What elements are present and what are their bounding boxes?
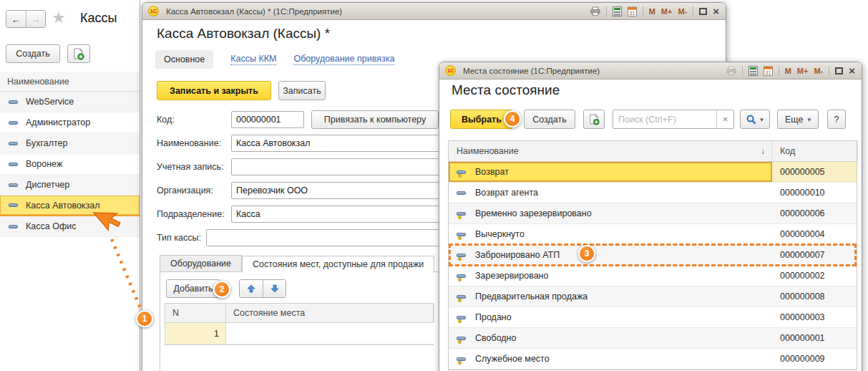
create-button[interactable]: Создать: [6, 44, 60, 63]
table-row[interactable]: Зарезервировано 000000002: [449, 266, 857, 286]
chevron-down-icon: ▾: [760, 116, 764, 123]
table-row[interactable]: Служебное место 000000009: [449, 349, 857, 370]
table-row[interactable]: Забронировано АТП 000000007: [449, 245, 857, 266]
tab-oborudovanie[interactable]: Оборудование: [160, 255, 242, 272]
sidebar-list-header[interactable]: Наименование: [0, 72, 140, 92]
memory-plus-button[interactable]: M+: [661, 7, 673, 16]
more-button[interactable]: Еще ▾: [777, 110, 819, 129]
printer-icon[interactable]: [726, 66, 736, 75]
tab-sostoyaniya-mest[interactable]: Состояния мест, доступные для продажи: [242, 256, 434, 273]
search-box: ×: [613, 110, 734, 129]
kod-field[interactable]: [231, 111, 304, 128]
new-document-icon-button[interactable]: [583, 110, 605, 129]
row-name: Свободно: [475, 333, 516, 343]
calendar-icon[interactable]: 31: [764, 66, 773, 76]
table-row[interactable]: Свободно 000000001: [449, 328, 857, 349]
table-row[interactable]: Возврат агента 000000010: [449, 183, 857, 203]
forward-arrow-icon: →: [31, 14, 41, 25]
magnifier-icon: [746, 115, 756, 125]
table-row[interactable]: Временно зарезервировано 000000006: [449, 203, 857, 224]
list-item-label: Касса Офис: [26, 221, 76, 231]
memory-minus-button[interactable]: M-: [678, 7, 687, 16]
add-button[interactable]: Добавить: [166, 279, 220, 298]
separator: [606, 6, 607, 16]
column-header-state[interactable]: Состояние места: [226, 304, 434, 322]
predefined-dot-icon: [458, 361, 462, 365]
forward-button[interactable]: →: [26, 11, 45, 27]
favorite-star-icon[interactable]: ★: [52, 9, 66, 27]
list-item-icon: [9, 203, 18, 207]
create-button[interactable]: Создать: [524, 110, 575, 129]
table-row[interactable]: Вычеркнуто 000000004: [449, 224, 857, 245]
sidebar-list-item[interactable]: Воронеж: [0, 154, 140, 175]
close-icon[interactable]: ×: [713, 6, 719, 16]
column-header-label: Код: [780, 146, 795, 156]
sidebar-list-item[interactable]: Администратор: [0, 112, 140, 133]
sidebar-list-item[interactable]: WebService: [0, 92, 140, 112]
close-icon[interactable]: ×: [849, 65, 855, 76]
column-header-kod[interactable]: Код: [772, 141, 858, 161]
save-and-close-button[interactable]: Записать и закрыть: [157, 81, 271, 100]
printer-icon[interactable]: [590, 6, 600, 16]
maximize-icon[interactable]: [835, 67, 843, 74]
callout-4: 4: [504, 110, 521, 127]
sidebar-list-item[interactable]: Касса Офис: [0, 216, 140, 237]
tab-kassy-kkm[interactable]: Кассы ККМ: [230, 54, 276, 65]
calculator-icon[interactable]: [613, 6, 622, 16]
row-name: Возврат: [475, 167, 509, 177]
search-clear-button[interactable]: ×: [716, 110, 733, 128]
move-up-button[interactable]: [240, 280, 263, 297]
row-name: Предварительная продажа: [475, 292, 587, 302]
field-label-podrazdelenie: Подразделение:: [157, 209, 231, 219]
row-code: 000000002: [772, 266, 858, 286]
list-item-label: Диспетчер: [26, 180, 69, 190]
tab-oborudovanie-privyazka[interactable]: Оборудование привязка: [293, 54, 394, 65]
predefined-dot-icon: [458, 236, 462, 240]
sidebar: ← → ★ Кассы Создать Наименование WebServ…: [0, 0, 140, 371]
save-button[interactable]: Записать: [278, 81, 326, 100]
memory-minus-button[interactable]: M-: [814, 67, 823, 75]
list-item-label: Касса Автовокзал: [26, 201, 99, 211]
help-button[interactable]: ?: [827, 110, 846, 129]
move-down-button[interactable]: [263, 280, 286, 297]
new-document-icon-button[interactable]: [67, 44, 90, 63]
more-button-label: Еще: [785, 115, 803, 125]
row-code: 000000005: [772, 162, 858, 182]
column-header-n[interactable]: N: [165, 304, 226, 322]
window2-titlebar[interactable]: 1С Места состояние (1С:Предприятие) 31 M…: [439, 62, 862, 80]
list-item-icon: [9, 121, 18, 125]
field-label-kod: Код:: [157, 115, 231, 125]
sidebar-list-item[interactable]: Бухгалтер: [0, 133, 140, 154]
calendar-icon[interactable]: 31: [628, 6, 637, 16]
search-options-button[interactable]: ▾: [740, 110, 770, 129]
calculator-icon[interactable]: [748, 66, 758, 76]
maximize-icon[interactable]: [699, 8, 707, 15]
tab-osnovnoe[interactable]: Основное: [155, 50, 213, 69]
callout-3: 3: [578, 245, 595, 262]
svg-text:31: 31: [765, 69, 771, 74]
predefined-dot-icon: [458, 174, 462, 178]
sidebar-list-item[interactable]: Диспетчер: [0, 175, 140, 196]
new-document-icon: [589, 114, 600, 125]
bind-to-computer-button[interactable]: Привязать к компьютеру: [311, 110, 439, 129]
memory-plus-button[interactable]: M+: [797, 67, 809, 75]
table-row[interactable]: Продано 000000003: [449, 307, 857, 328]
window1-titlebar[interactable]: 1С Касса Автовокзал (Кассы) * (1С:Предпр…: [142, 3, 726, 20]
table-row[interactable]: Предварительная продажа 000000008: [449, 286, 857, 307]
table-row[interactable]: Возврат 000000005: [449, 162, 857, 183]
predefined-dot-icon: [458, 278, 462, 281]
column-header-naimenovanie[interactable]: Наименование ↓: [449, 141, 772, 161]
sidebar-list: WebService Администратор Бухгалтер Ворон…: [0, 92, 140, 237]
search-input[interactable]: [613, 110, 716, 128]
separator: [693, 6, 693, 16]
row-code: 000000003: [772, 307, 858, 327]
sidebar-list-item[interactable]: Касса Автовокзал: [0, 196, 140, 216]
memory-recall-button[interactable]: M: [649, 7, 655, 16]
predefined-dot-icon: [458, 257, 462, 261]
back-button[interactable]: ←: [6, 11, 26, 27]
table-row[interactable]: 1: [165, 323, 433, 344]
memory-recall-button[interactable]: M: [785, 67, 791, 75]
row-name: Зарезервировано: [475, 271, 548, 281]
row-state-cell[interactable]: [226, 323, 434, 344]
row-name: Продано: [475, 312, 512, 322]
